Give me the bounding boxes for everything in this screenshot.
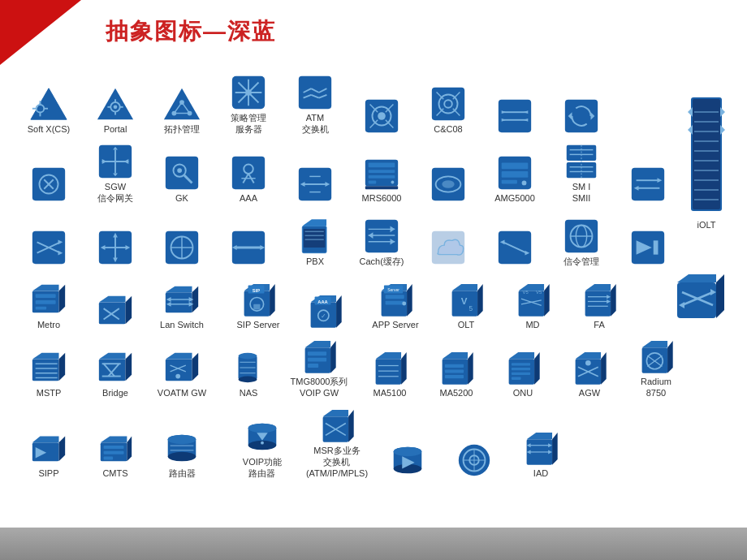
onu-icon bbox=[503, 348, 542, 387]
svg-text:✓: ✓ bbox=[321, 312, 326, 320]
svg-rect-210 bbox=[585, 291, 611, 316]
icon-sipp: SIPP bbox=[16, 423, 81, 480]
pbx-icon bbox=[296, 217, 335, 256]
mrs6000-icon bbox=[362, 153, 401, 192]
sm-icon bbox=[562, 142, 601, 181]
router-label: 路由器 bbox=[169, 467, 196, 479]
icon-sgw: SGW 信令网关 bbox=[83, 142, 148, 205]
icon-cmts: CMTS bbox=[83, 423, 148, 480]
svg-rect-68 bbox=[166, 157, 198, 189]
iad-icon bbox=[521, 429, 560, 467]
icon-bridge: Bridge bbox=[83, 342, 148, 399]
bridge-icon bbox=[96, 348, 135, 387]
svg-rect-182 bbox=[253, 304, 260, 310]
icon-sm: SM I SMII bbox=[549, 142, 614, 205]
large-blue-icon bbox=[674, 271, 727, 324]
blank1-icon bbox=[362, 97, 401, 136]
tmg8000-icon bbox=[300, 337, 339, 376]
icon-blank16: AAA ✓ bbox=[292, 274, 357, 330]
icon-play bbox=[375, 423, 440, 480]
blank3-icon bbox=[562, 97, 601, 136]
cmts-label: CMTS bbox=[102, 467, 127, 479]
svg-marker-211 bbox=[585, 284, 611, 291]
radium-label: Radium 8750 bbox=[641, 376, 671, 399]
sm-label: SM I SMII bbox=[572, 181, 591, 205]
svg-marker-283 bbox=[58, 437, 65, 462]
policy-label: 策略管理 服务器 bbox=[231, 112, 266, 136]
svg-point-294 bbox=[168, 435, 196, 445]
gk-icon bbox=[162, 153, 201, 192]
icon-onu: ONU bbox=[490, 342, 555, 399]
svg-marker-6 bbox=[97, 88, 133, 119]
mrs6000-label: MRS6000 bbox=[362, 192, 402, 204]
svg-marker-252 bbox=[401, 352, 407, 385]
svg-marker-286 bbox=[101, 437, 127, 443]
voatm-label: VOATM GW bbox=[158, 387, 206, 398]
svg-marker-233 bbox=[166, 353, 192, 360]
svg-marker-185 bbox=[336, 295, 342, 328]
blank12-icon bbox=[495, 228, 534, 267]
agw-label: AGW bbox=[579, 387, 600, 398]
aaa-icon bbox=[229, 153, 268, 192]
svg-marker-199 bbox=[452, 284, 477, 291]
svg-text:V5: V5 bbox=[523, 289, 529, 294]
svg-marker-227 bbox=[125, 353, 132, 381]
svg-marker-258 bbox=[468, 352, 473, 385]
icon-circle2 bbox=[442, 423, 507, 480]
svg-rect-160 bbox=[36, 300, 56, 304]
svg-point-302 bbox=[261, 442, 264, 445]
svg-marker-219 bbox=[32, 353, 59, 360]
svg-marker-132 bbox=[302, 219, 326, 226]
blank2-icon bbox=[495, 97, 534, 136]
svg-rect-85 bbox=[369, 162, 395, 167]
lan-switch-icon bbox=[162, 280, 201, 319]
icon-mstp: MSTP bbox=[16, 342, 81, 399]
svg-marker-339 bbox=[688, 107, 693, 117]
svg-text:V5: V5 bbox=[536, 289, 542, 294]
svg-marker-212 bbox=[611, 284, 616, 317]
icon-metro: Metro bbox=[16, 274, 81, 330]
sipp-icon bbox=[29, 429, 68, 467]
icon-fa: FA bbox=[567, 274, 632, 330]
icon-aaa: AAA bbox=[216, 147, 281, 204]
icon-iad: IAD bbox=[508, 423, 573, 480]
candc08-label: C&C08 bbox=[434, 123, 462, 135]
svg-point-92 bbox=[442, 180, 454, 188]
ma5100-label: MA5100 bbox=[374, 387, 407, 398]
svg-rect-267 bbox=[512, 373, 530, 375]
dash-x-icon bbox=[229, 228, 268, 267]
ma5200-icon bbox=[437, 348, 476, 387]
icon-agw: AGW bbox=[557, 342, 622, 399]
svg-rect-289 bbox=[104, 451, 124, 454]
svg-text:AAA: AAA bbox=[317, 299, 328, 304]
icon-blank7 bbox=[615, 147, 680, 204]
candc08-icon bbox=[429, 84, 468, 123]
icon-blank15 bbox=[216, 274, 224, 330]
footer-bar bbox=[0, 528, 747, 560]
svg-marker-340 bbox=[720, 107, 725, 117]
svg-rect-260 bbox=[445, 370, 464, 373]
svg-text:5: 5 bbox=[468, 305, 473, 312]
svg-rect-94 bbox=[502, 162, 529, 169]
icon-ma5100: MA5100 bbox=[357, 342, 422, 399]
icon-app-server: Server APP Server bbox=[359, 274, 432, 330]
icon-voip-router: VOIP功能 路由器 bbox=[226, 417, 299, 480]
svg-point-35 bbox=[378, 112, 386, 120]
icon-pbx: PBX bbox=[283, 210, 348, 267]
policy-icon bbox=[229, 73, 268, 112]
icon-dash-x bbox=[216, 210, 281, 267]
main-content: Soft X(CS) Portal bbox=[16, 73, 739, 528]
tmg8000-label: TMG8000系列 VOIP GW bbox=[291, 376, 348, 399]
blank6-icon bbox=[429, 165, 468, 204]
svg-marker-264 bbox=[534, 352, 540, 385]
row-6: SIPP CMTS 路由器 bbox=[16, 406, 739, 480]
svg-rect-290 bbox=[104, 457, 114, 460]
voip-router-label: VOIP功能 路由器 bbox=[243, 456, 282, 480]
svg-marker-163 bbox=[99, 296, 126, 303]
topology-icon bbox=[162, 84, 201, 123]
signal-mgr-label: 信令管理 bbox=[563, 256, 599, 267]
blank5-icon bbox=[296, 165, 335, 204]
nas-label: NAS bbox=[240, 387, 258, 398]
fa-icon bbox=[580, 280, 619, 319]
svg-point-300 bbox=[248, 424, 277, 433]
